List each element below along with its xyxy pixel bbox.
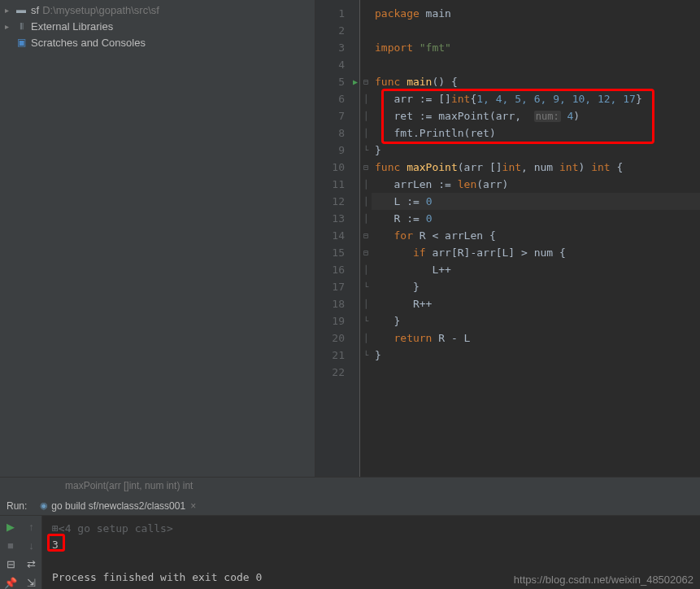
line-number: 17 — [315, 278, 359, 295]
line-number: 2 — [315, 22, 359, 39]
line-number: 20 — [315, 329, 359, 347]
tree-item-libs[interactable]: ▸ ⫴ External Libraries — [0, 18, 315, 34]
line-number: 22 — [315, 364, 359, 381]
line-number: 8 — [315, 124, 359, 142]
scroll-icon[interactable]: ⇲ — [27, 577, 36, 589]
tree-label: sf — [31, 4, 39, 16]
chevron-right-icon: ▸ — [5, 6, 15, 15]
console-line: 3 — [52, 537, 690, 553]
watermark: https://blog.csdn.net/weixin_48502062 — [514, 574, 693, 586]
wrap-icon[interactable]: ⇄ — [27, 558, 36, 570]
run-gutter-icon[interactable]: ▶ — [353, 73, 358, 90]
folder-icon: ▬ — [15, 3, 28, 16]
line-number: 19 — [315, 312, 359, 329]
line-number: 10 — [315, 159, 359, 176]
highlight-annotation — [47, 534, 65, 552]
fold-icon[interactable]: ⊟ — [360, 244, 372, 261]
line-number: 13 — [315, 210, 359, 227]
chevron-right-icon: ▸ — [5, 22, 15, 31]
close-icon[interactable]: × — [190, 500, 196, 512]
line-number: 12 — [315, 193, 359, 210]
line-number: 4 — [315, 56, 359, 73]
rerun-icon[interactable]: ▶ — [7, 521, 15, 533]
inlay-hint: num: — [534, 111, 561, 122]
code-editor[interactable]: 1 2 3 4 5▶ 6 7 8 9 10 11 12 13 14 15 16 … — [315, 0, 700, 477]
line-number: 1 — [315, 5, 359, 22]
up-icon[interactable]: ↑ — [28, 521, 34, 533]
line-number: 9 — [315, 142, 359, 159]
tree-label: External Libraries — [31, 20, 113, 33]
line-number: 5▶ — [315, 73, 359, 90]
pin-icon[interactable]: 📌 — [4, 577, 17, 589]
go-icon: ◉ — [40, 500, 48, 511]
tree-item-project[interactable]: ▸ ▬ sf D:\mysetup\gopath\src\sf — [0, 2, 315, 18]
breadcrumb[interactable]: maxPoint(arr []int, num int) int — [0, 477, 700, 496]
line-number: 15 — [315, 244, 359, 261]
line-number: 7 — [315, 107, 359, 124]
code-text[interactable]: package main import "fmt" func main() { … — [372, 0, 700, 477]
run-toolbar-left: ▶ ■ ⊟ 📌 — [0, 516, 21, 589]
line-number: 6 — [315, 90, 359, 107]
fold-icon[interactable]: ⊟ — [360, 227, 372, 244]
fold-column: ⊟ │││ └ ⊟ │││ ⊟ ⊟ │└│ └│└ — [360, 0, 372, 477]
run-header: Run: ◉ go build sf/newclass2/class001 × — [0, 496, 700, 516]
tree-label: Scratches and Consoles — [31, 37, 146, 49]
scratch-icon: ▣ — [15, 36, 28, 49]
run-label: Run: — [7, 500, 27, 512]
line-number: 14 — [315, 227, 359, 244]
run-config-tab[interactable]: ◉ go build sf/newclass2/class001 × — [37, 499, 199, 513]
line-gutter: 1 2 3 4 5▶ 6 7 8 9 10 11 12 13 14 15 16 … — [315, 0, 360, 477]
line-number: 16 — [315, 261, 359, 278]
project-sidebar[interactable]: ▸ ▬ sf D:\mysetup\gopath\src\sf ▸ ⫴ Exte… — [0, 0, 315, 477]
line-number: 11 — [315, 176, 359, 193]
layout-icon[interactable]: ⊟ — [7, 558, 15, 570]
library-icon: ⫴ — [15, 20, 28, 33]
fold-icon[interactable]: ⊟ — [360, 73, 372, 90]
fold-icon[interactable]: ⊞ — [52, 522, 59, 534]
tree-path: D:\mysetup\gopath\src\sf — [42, 4, 159, 16]
line-number: 18 — [315, 295, 359, 312]
line-number: 21 — [315, 347, 359, 364]
line-number: 3 — [315, 39, 359, 56]
run-toolbar-right: ↑ ↓ ⇄ ⇲ — [21, 516, 42, 589]
down-icon[interactable]: ↓ — [28, 539, 34, 552]
stop-icon[interactable]: ■ — [7, 539, 14, 552]
tree-item-scratches[interactable]: ▣ Scratches and Consoles — [0, 34, 315, 50]
fold-icon[interactable]: ⊟ — [360, 159, 372, 176]
